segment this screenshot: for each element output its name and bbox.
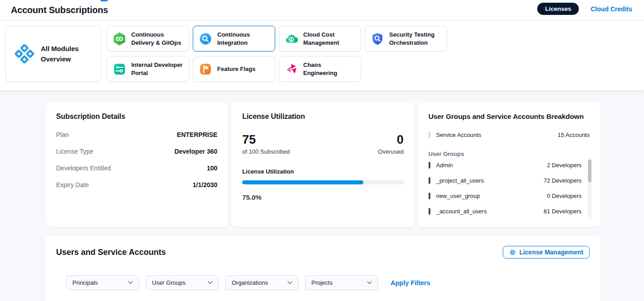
chevron-down-icon	[287, 281, 292, 284]
user-groups-scrollbar[interactable]	[588, 158, 592, 218]
dropdown-label: Principals	[72, 279, 98, 286]
gear-icon	[509, 249, 516, 256]
breakdown-card: User Groups and Service Accounts Breakdo…	[418, 102, 601, 227]
sto-icon	[371, 32, 384, 46]
filters-row: Principals User Groups Organizations Pro…	[56, 275, 590, 290]
user-group-row: new_user_group 0 Developers	[429, 188, 582, 203]
user-group-value: 61 Developers	[544, 208, 582, 215]
ci-icon	[199, 32, 212, 46]
detail-label: Developers Entitled	[56, 165, 111, 172]
user-group-value: 72 Developers	[544, 177, 582, 184]
cloud-credits-tab[interactable]: Cloud Credits	[591, 5, 632, 13]
page-header: Account Subscriptions Licenses Cloud Cre…	[0, 0, 644, 21]
subscription-details-title: Subscription Details	[56, 113, 217, 121]
principals-filter-dropdown[interactable]: Principals	[66, 275, 139, 290]
detail-value: 1/1/2030	[193, 181, 218, 188]
organizations-filter-dropdown[interactable]: Organizations	[225, 275, 298, 290]
all-modules-overview-label: All Modules Overview	[41, 43, 94, 65]
user-group-name: _account_all_users	[436, 208, 487, 215]
chevron-down-icon	[128, 281, 133, 284]
user-group-name: new_user_group	[436, 193, 480, 199]
module-label: Cloud Cost Management	[303, 31, 356, 47]
module-label: Feature Flags	[217, 65, 256, 73]
utilization-numbers: 75 of 100 Subscribed 0 Overused	[242, 133, 403, 155]
main-content: Subscription Details Plan ENTERPRISE Lic…	[0, 90, 644, 301]
service-accounts-value: 15 Accounts	[558, 132, 590, 138]
apply-filters-link[interactable]: Apply Filters	[391, 279, 430, 287]
module-grid: Continuous Delivery & GitOps Internal De…	[107, 26, 447, 82]
overused-count-block: 0 Overused	[378, 133, 403, 155]
user-group-marker	[429, 162, 430, 169]
users-section-header: Users and Service Accounts License Manag…	[56, 246, 590, 259]
module-card-ccm[interactable]: $ Cloud Cost Management	[279, 26, 361, 52]
all-modules-overview-card[interactable]: All Modules Overview	[5, 26, 101, 82]
user-group-row: Admin 2 Developers	[429, 157, 582, 173]
service-accounts-marker	[429, 132, 430, 138]
breadcrumb-fragment	[100, 0, 108, 1]
module-label: Chaos Engineering	[303, 61, 356, 77]
license-utilization-card: License Utilization 75 of 100 Subscribed…	[231, 102, 414, 227]
license-management-label: License Management	[519, 249, 583, 256]
chevron-down-icon	[208, 281, 213, 284]
user-group-row: _account_all_users 61 Developers	[429, 203, 582, 219]
service-accounts-row: Service Accounts 15 Accounts	[429, 132, 590, 138]
license-utilization-title: License Utilization	[242, 113, 403, 121]
chaos-icon	[285, 62, 298, 76]
detail-value: 100	[207, 165, 217, 172]
user-group-value: 0 Developers	[547, 193, 582, 199]
utilization-percent: 75.0%	[242, 193, 403, 201]
dropdown-label: Projects	[311, 279, 333, 286]
user-group-marker	[429, 177, 430, 184]
detail-label: License Type	[56, 148, 93, 155]
user-group-value: 2 Developers	[547, 162, 582, 169]
cd-gitops-icon	[113, 32, 126, 46]
user-groups-filter-dropdown[interactable]: User Groups	[146, 275, 219, 290]
chevron-down-icon	[367, 281, 372, 284]
user-group-name: Admin	[436, 162, 453, 169]
utilization-bar-label: License Utilization	[242, 168, 403, 175]
detail-row-developers-entitled: Developers Entitled 100	[56, 165, 217, 172]
module-card-chaos[interactable]: Chaos Engineering	[279, 56, 361, 82]
user-group-marker	[429, 193, 430, 199]
overused-caption: Overused	[378, 148, 403, 155]
page-title: Account Subscriptions	[11, 5, 108, 15]
module-card-idp[interactable]: Internal Developer Portal	[107, 56, 189, 82]
detail-label: Plan	[56, 131, 69, 138]
users-section-title: Users and Service Accounts	[56, 248, 166, 257]
detail-row-plan: Plan ENTERPRISE	[56, 131, 217, 138]
dropdown-label: Organizations	[232, 279, 268, 286]
ccm-icon: $	[285, 32, 298, 46]
dropdown-label: User Groups	[152, 279, 186, 286]
user-groups-list[interactable]: Admin 2 Developers _project_all_users 72…	[429, 157, 590, 219]
detail-value: Developer 360	[174, 148, 217, 155]
module-card-ci[interactable]: Continuous Integration	[193, 26, 275, 52]
module-selector-band: All Modules Overview Continuous Delivery…	[0, 21, 644, 90]
used-count-block: 75 of 100 Subscribed	[242, 133, 290, 155]
idp-icon	[113, 62, 126, 76]
license-management-button[interactable]: License Management	[503, 246, 590, 259]
users-and-service-accounts-card: Users and Service Accounts License Manag…	[45, 236, 601, 301]
module-label: Continuous Integration	[217, 31, 270, 47]
feature-flags-icon	[199, 62, 212, 76]
used-count: 75	[242, 133, 290, 147]
detail-row-license-type: License Type Developer 360	[56, 148, 217, 155]
module-card-sto[interactable]: Security Testing Orchestration	[365, 26, 447, 52]
utilization-bar-fill	[242, 180, 363, 184]
module-card-feature-flags[interactable]: Feature Flags	[193, 56, 275, 82]
used-caption: of 100 Subscribed	[242, 148, 290, 155]
module-label: Internal Developer Portal	[131, 61, 184, 77]
detail-value: ENTERPRISE	[177, 131, 217, 138]
module-label: Continuous Delivery & GitOps	[131, 31, 184, 47]
scrollbar-thumb[interactable]	[588, 160, 592, 182]
user-groups-subheading: User Groups	[429, 150, 590, 157]
overused-count: 0	[378, 133, 403, 147]
stats-row: Subscription Details Plan ENTERPRISE Lic…	[45, 102, 601, 227]
module-card-cd-gitops[interactable]: Continuous Delivery & GitOps	[107, 26, 189, 52]
licenses-tab[interactable]: Licenses	[537, 3, 579, 15]
service-accounts-label: Service Accounts	[436, 132, 482, 138]
projects-filter-dropdown[interactable]: Projects	[305, 275, 378, 290]
subscription-details-card: Subscription Details Plan ENTERPRISE Lic…	[45, 102, 228, 227]
svg-text:$: $	[290, 37, 293, 42]
all-modules-icon	[14, 43, 35, 64]
breakdown-title: User Groups and Service Accounts Breakdo…	[429, 113, 590, 121]
